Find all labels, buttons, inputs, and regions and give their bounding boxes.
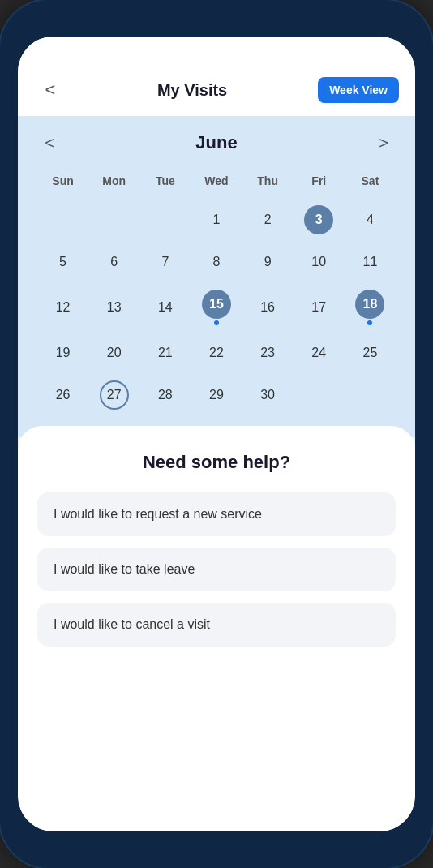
calendar-day-5[interactable]: 5 <box>37 243 88 281</box>
next-month-button[interactable]: > <box>371 134 396 153</box>
day-header-thu: Thu <box>242 170 294 197</box>
calendar-day-empty <box>37 200 88 239</box>
cancel-visit-button[interactable]: I would like to cancel a visit <box>37 603 396 647</box>
calendar-day-4[interactable]: 4 <box>345 200 396 239</box>
calendar-day-empty <box>345 376 396 415</box>
calendar-day-18[interactable]: 18 <box>345 285 396 330</box>
calendar-day-empty <box>139 200 191 239</box>
calendar-nav: < June > <box>37 132 396 153</box>
back-button[interactable]: < <box>34 79 66 101</box>
calendar-day-27[interactable]: 27 <box>88 376 139 415</box>
notch <box>152 0 281 23</box>
calendar-day-10[interactable]: 10 <box>294 243 345 281</box>
calendar-day-3[interactable]: 3 <box>294 200 345 239</box>
event-dot-18 <box>367 320 372 325</box>
calendar-section: < June > Sun Mon Tue Wed Thu Fri Sat 1 2… <box>18 116 415 437</box>
day-header-sat: Sat <box>345 170 396 197</box>
day-header-sun: Sun <box>37 170 88 197</box>
prev-month-button[interactable]: < <box>37 134 62 153</box>
calendar-day-29[interactable]: 29 <box>191 376 242 415</box>
help-title: Need some help? <box>37 452 396 473</box>
phone-frame: < My Visits Week View < June > Sun Mon T… <box>0 0 433 868</box>
calendar-day-1[interactable]: 1 <box>191 200 242 239</box>
help-section: Need some help? I would like to request … <box>18 426 415 831</box>
calendar-day-9[interactable]: 9 <box>242 243 294 281</box>
calendar-day-7[interactable]: 7 <box>139 243 191 281</box>
calendar-day-25[interactable]: 25 <box>345 333 396 372</box>
calendar-day-17[interactable]: 17 <box>294 285 345 330</box>
header: < My Visits Week View <box>18 37 415 116</box>
calendar-day-20[interactable]: 20 <box>88 333 139 372</box>
day-header-mon: Mon <box>88 170 139 197</box>
calendar-day-24[interactable]: 24 <box>294 333 345 372</box>
calendar-day-13[interactable]: 13 <box>88 285 139 330</box>
calendar-grid: Sun Mon Tue Wed Thu Fri Sat 1 2 3 4 5 6 … <box>37 170 396 415</box>
calendar-day-empty <box>294 376 345 415</box>
calendar-day-22[interactable]: 22 <box>191 333 242 372</box>
calendar-day-12[interactable]: 12 <box>37 285 88 330</box>
calendar-day-2[interactable]: 2 <box>242 200 294 239</box>
calendar-day-23[interactable]: 23 <box>242 333 294 372</box>
week-view-button[interactable]: Week View <box>318 77 399 103</box>
page-title: My Visits <box>66 81 318 100</box>
phone-screen: < My Visits Week View < June > Sun Mon T… <box>18 37 415 831</box>
request-new-service-button[interactable]: I would like to request a new service <box>37 492 396 536</box>
calendar-day-11[interactable]: 11 <box>345 243 396 281</box>
calendar-day-empty <box>88 200 139 239</box>
calendar-day-21[interactable]: 21 <box>139 333 191 372</box>
calendar-day-15[interactable]: 15 <box>191 285 242 330</box>
calendar-day-19[interactable]: 19 <box>37 333 88 372</box>
take-leave-button[interactable]: I would like to take leave <box>37 548 396 591</box>
calendar-day-26[interactable]: 26 <box>37 376 88 415</box>
calendar-day-16[interactable]: 16 <box>242 285 294 330</box>
calendar-day-14[interactable]: 14 <box>139 285 191 330</box>
event-dot-15 <box>214 320 219 325</box>
calendar-day-6[interactable]: 6 <box>88 243 139 281</box>
day-header-fri: Fri <box>294 170 345 197</box>
day-header-wed: Wed <box>191 170 242 197</box>
calendar-day-30[interactable]: 30 <box>242 376 294 415</box>
calendar-day-28[interactable]: 28 <box>139 376 191 415</box>
day-header-tue: Tue <box>139 170 191 197</box>
calendar-month: June <box>195 132 237 153</box>
calendar-day-8[interactable]: 8 <box>191 243 242 281</box>
